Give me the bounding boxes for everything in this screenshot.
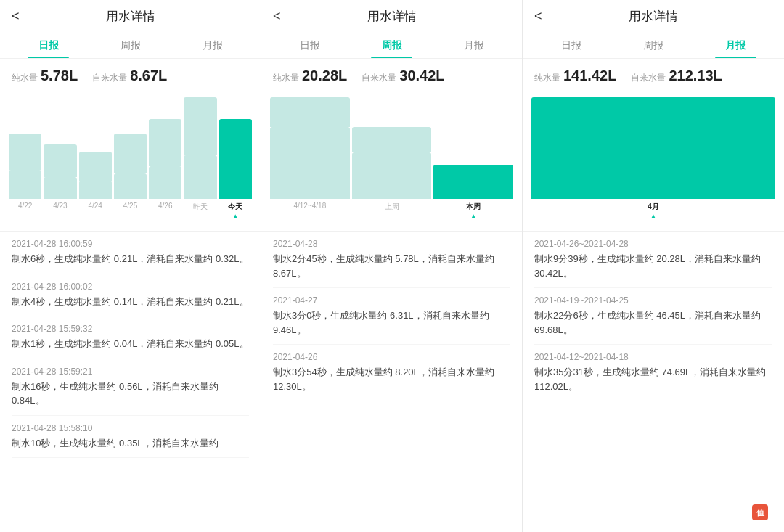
bar-tap bbox=[184, 97, 216, 155]
bar-pure bbox=[433, 165, 513, 199]
back-button[interactable]: < bbox=[273, 9, 281, 24]
tab-月报[interactable]: 月报 bbox=[433, 32, 515, 58]
stat-value: 8.67L bbox=[130, 67, 167, 84]
chart-label: 4/25 bbox=[114, 202, 147, 212]
chart-area: 4/224/234/244/254/26昨天今天 bbox=[0, 90, 261, 221]
watermark-icon: 值 bbox=[752, 504, 768, 520]
log-time: 2021-04-26 bbox=[273, 352, 510, 362]
chart-area: 4月 bbox=[523, 90, 784, 221]
back-button[interactable]: < bbox=[534, 9, 542, 24]
bar-pure bbox=[44, 177, 76, 199]
panel-weekly: <用水详情日报周报月报纯水量20.28L自来水量30.42L4/12~4/18上… bbox=[261, 0, 523, 532]
stat-value: 5.78L bbox=[41, 67, 78, 84]
stat-label: 自来水量 bbox=[631, 72, 666, 84]
log-desc: 制水4秒，生成纯水量约 0.14L，消耗自来水量约 0.21L。 bbox=[12, 295, 249, 309]
chart-label: 4/12~4/18 bbox=[270, 202, 350, 212]
panel-header: <用水详情 bbox=[261, 0, 522, 32]
stats-row: 纯水量141.42L自来水量212.13L bbox=[523, 59, 784, 90]
tab-月报[interactable]: 月报 bbox=[695, 32, 777, 58]
log-desc: 制水9分39秒，生成纯水量约 20.28L，消耗自来水量约 30.42L。 bbox=[534, 252, 772, 280]
log-time: 2021-04-19~2021-04-25 bbox=[534, 295, 772, 306]
log-time: 2021-04-28 15:59:21 bbox=[12, 367, 249, 377]
log-item: 2021-04-28 16:00:59制水6秒，生成纯水量约 0.21L，消耗自… bbox=[12, 232, 249, 274]
log-item: 2021-04-28 15:59:21制水16秒，生成纯水量约 0.56L，消耗… bbox=[12, 359, 249, 416]
bar-pure bbox=[79, 181, 112, 199]
bar-pure bbox=[114, 173, 147, 199]
bar-group bbox=[433, 165, 513, 199]
back-button[interactable]: < bbox=[12, 9, 20, 24]
chart-label: 4/22 bbox=[9, 202, 41, 212]
tab-月报[interactable]: 月报 bbox=[171, 32, 253, 58]
bar-tap bbox=[352, 127, 432, 152]
chart-label: 4月 bbox=[531, 202, 775, 212]
log-time: 2021-04-28 15:59:32 bbox=[12, 324, 249, 334]
tab-日报[interactable]: 日报 bbox=[7, 32, 89, 58]
tab-bar: 日报周报月报 bbox=[0, 32, 261, 59]
log-time: 2021-04-28 15:58:10 bbox=[12, 423, 249, 433]
chart-label: 昨天 bbox=[184, 202, 216, 212]
stat-item: 纯水量20.28L bbox=[273, 67, 347, 84]
bar-pure bbox=[9, 170, 41, 199]
stat-item: 纯水量5.78L bbox=[12, 67, 78, 84]
panel-header: <用水详情 bbox=[523, 0, 784, 32]
log-desc: 制水35分31秒，生成纯水量约 74.69L，消耗自来水量约 112.02L。 bbox=[534, 365, 772, 393]
stat-item: 纯水量141.42L bbox=[534, 67, 616, 84]
bar-tap bbox=[9, 134, 41, 170]
log-time: 2021-04-28 16:00:59 bbox=[12, 239, 249, 249]
log-time: 2021-04-27 bbox=[273, 295, 510, 306]
chart-label: 4/23 bbox=[44, 202, 76, 212]
chart-bars bbox=[528, 90, 778, 199]
stat-label: 纯水量 bbox=[12, 72, 38, 84]
stat-label: 自来水量 bbox=[92, 72, 127, 84]
page-title: 用水详情 bbox=[367, 8, 417, 25]
bar-pure bbox=[531, 97, 775, 199]
tab-日报[interactable]: 日报 bbox=[269, 32, 351, 58]
bar-pure bbox=[270, 127, 350, 199]
bar-group bbox=[9, 134, 41, 199]
page-title: 用水详情 bbox=[106, 8, 155, 25]
chart-labels: 4月 bbox=[528, 199, 778, 212]
stat-item: 自来水量8.67L bbox=[92, 67, 167, 84]
tab-bar: 日报周报月报 bbox=[261, 32, 522, 59]
bar-pure bbox=[352, 152, 432, 199]
stats-row: 纯水量5.78L自来水量8.67L bbox=[0, 59, 261, 90]
log-desc: 制水2分45秒，生成纯水量约 5.78L，消耗自来水量约 8.67L。 bbox=[273, 252, 510, 280]
panel-monthly: <用水详情日报周报月报纯水量141.42L自来水量212.13L4月2021-0… bbox=[523, 0, 784, 532]
bar-pure bbox=[184, 155, 216, 199]
bar-group bbox=[79, 152, 112, 199]
watermark: 值 bbox=[752, 504, 772, 520]
log-list: 2021-04-26~2021-04-28制水9分39秒，生成纯水量约 20.2… bbox=[523, 231, 784, 532]
log-list: 2021-04-28制水2分45秒，生成纯水量约 5.78L，消耗自来水量约 8… bbox=[261, 231, 522, 532]
bar-pure bbox=[149, 166, 181, 199]
log-time: 2021-04-28 bbox=[273, 239, 510, 249]
log-desc: 制水22分6秒，生成纯水量约 46.45L，消耗自来水量约 69.68L。 bbox=[534, 308, 772, 337]
panel-daily: <用水详情日报周报月报纯水量5.78L自来水量8.67L4/224/234/24… bbox=[0, 0, 261, 532]
bar-group bbox=[219, 119, 252, 199]
bar-tap bbox=[114, 134, 147, 173]
bar-group bbox=[149, 119, 181, 199]
log-item: 2021-04-19~2021-04-25制水22分6秒，生成纯水量约 46.4… bbox=[534, 288, 772, 345]
bar-group bbox=[270, 97, 350, 199]
tab-bar: 日报周报月报 bbox=[523, 32, 784, 59]
log-item: 2021-04-12~2021-04-18制水35分31秒，生成纯水量约 74.… bbox=[534, 345, 772, 401]
stats-row: 纯水量20.28L自来水量30.42L bbox=[261, 59, 522, 90]
log-item: 2021-04-27制水3分0秒，生成纯水量约 6.31L，消耗自来水量约 9.… bbox=[273, 288, 510, 345]
chart-labels: 4/12~4/18上周本周 bbox=[267, 199, 516, 212]
chart-label: 4/26 bbox=[149, 202, 181, 212]
tab-周报[interactable]: 周报 bbox=[612, 32, 694, 58]
tab-周报[interactable]: 周报 bbox=[351, 32, 433, 58]
log-time: 2021-04-26~2021-04-28 bbox=[534, 239, 772, 249]
log-item: 2021-04-28 16:00:02制水4秒，生成纯水量约 0.14L，消耗自… bbox=[12, 274, 249, 317]
bar-group bbox=[184, 97, 216, 199]
bar-tap bbox=[79, 152, 112, 181]
chart-label: 上周 bbox=[352, 202, 432, 212]
log-desc: 制水6秒，生成纯水量约 0.21L，消耗自来水量约 0.32L。 bbox=[12, 252, 249, 266]
chart-labels: 4/224/234/244/254/26昨天今天 bbox=[6, 199, 255, 212]
chart-label: 今天 bbox=[219, 202, 252, 212]
chart-area: 4/12~4/18上周本周 bbox=[261, 90, 522, 221]
tab-日报[interactable]: 日报 bbox=[530, 32, 612, 58]
page-title: 用水详情 bbox=[629, 8, 678, 25]
tab-周报[interactable]: 周报 bbox=[89, 32, 171, 58]
bar-tap bbox=[270, 97, 350, 127]
panel-header: <用水详情 bbox=[0, 0, 261, 32]
